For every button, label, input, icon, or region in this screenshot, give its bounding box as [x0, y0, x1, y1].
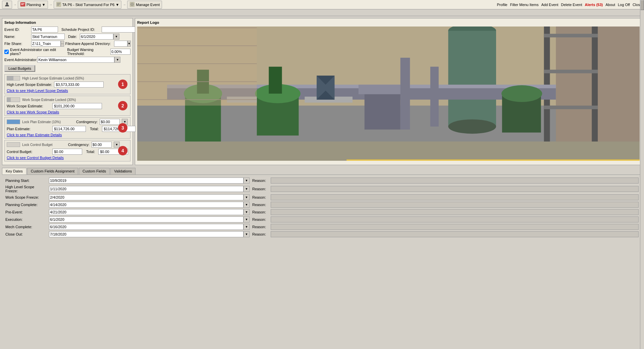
tab-key-dates[interactable]: Key Dates	[2, 168, 26, 174]
reason-input-3[interactable]	[271, 202, 639, 208]
key-date-input-5[interactable]	[49, 216, 244, 222]
svg-rect-19	[544, 34, 598, 38]
reason-input-1[interactable]	[271, 186, 639, 192]
name-label: Name:	[4, 35, 31, 39]
key-date-input-container-2: ▼	[49, 194, 250, 200]
reason-input-4[interactable]	[271, 209, 639, 215]
event-nav-item[interactable]: TA P6 - Skid Turnaround For P6 ▼	[54, 1, 122, 9]
key-date-input-3[interactable]	[49, 202, 244, 208]
fileshare-append-label: Fileshare Append Directory:	[65, 42, 114, 46]
reason-input-2[interactable]	[271, 194, 639, 200]
scrollbar-thumb[interactable]	[640, 0, 644, 10]
svg-rect-3	[21, 4, 23, 5]
work-scope-badge: 2	[118, 101, 127, 110]
key-date-input-1[interactable]	[49, 186, 244, 192]
key-date-dropdown-7[interactable]: ▼	[244, 231, 250, 237]
plan-estimate-details-link[interactable]: Click to see Plan Estimate Details	[7, 133, 62, 137]
svg-rect-6	[57, 4, 60, 5]
about-link[interactable]: About	[605, 3, 615, 7]
control-budget-input[interactable]	[52, 149, 82, 155]
add-event-link[interactable]: Add Event	[541, 3, 558, 7]
filter-menu-link[interactable]: Filter Menu Items	[510, 3, 539, 7]
work-scope-estimate-input[interactable]	[52, 103, 102, 109]
svg-rect-20	[544, 70, 598, 73]
reason-input-0[interactable]	[271, 178, 639, 184]
manage-event-nav-item[interactable]: Manage Event	[127, 1, 162, 9]
work-scope-lock-toggle[interactable]	[7, 97, 20, 102]
fileshare-append-input[interactable]	[114, 41, 127, 47]
key-date-dropdown-4[interactable]: ▼	[244, 209, 250, 215]
name-input[interactable]	[31, 34, 65, 40]
profile-link[interactable]: Profile	[497, 3, 507, 7]
high-level-scope-details-link[interactable]: Click to see High Level Scope Details	[7, 89, 68, 93]
control-budget-details-link[interactable]: Click to see Control Budget Details	[7, 156, 64, 160]
reason-input-6[interactable]	[271, 224, 639, 230]
control-contingency-dropdown[interactable]: ▼	[114, 142, 120, 148]
key-date-input-7[interactable]	[49, 231, 244, 237]
high-level-scope-estimate-input[interactable]	[54, 82, 104, 88]
key-date-dropdown-1[interactable]: ▼	[244, 186, 250, 192]
event-id-input[interactable]	[31, 27, 58, 33]
manage-icon	[129, 2, 135, 8]
high-level-scope-lock-toggle[interactable]	[7, 76, 20, 81]
plan-estimate-input[interactable]	[52, 126, 86, 132]
date-input[interactable]	[80, 34, 113, 40]
budget-warning-input[interactable]	[110, 49, 130, 55]
key-date-dropdown-6[interactable]: ▼	[244, 224, 250, 230]
key-date-input-4[interactable]	[49, 209, 244, 215]
svg-rect-23	[448, 31, 496, 127]
reason-input-7[interactable]	[271, 231, 639, 237]
plan-contingency-input[interactable]	[100, 119, 120, 125]
reason-label-4: Reason:	[252, 210, 266, 214]
key-date-dropdown-3[interactable]: ▼	[244, 202, 250, 208]
event-admin-dropdown[interactable]: ▼	[114, 57, 120, 63]
key-date-dropdown-5[interactable]: ▼	[244, 216, 250, 222]
key-dates-row: Planning Start: ▼ Reason:	[4, 177, 640, 184]
control-budget-lock-toggle[interactable]	[7, 142, 20, 147]
delete-event-link[interactable]: Delete Event	[561, 3, 582, 7]
planning-nav-item[interactable]: Planning ▼	[18, 1, 48, 9]
svg-point-24	[448, 119, 496, 134]
svg-rect-2	[21, 3, 24, 4]
logout-link[interactable]: Log Off	[618, 3, 630, 7]
file-share-dropdown[interactable]: ···	[61, 41, 64, 47]
svg-rect-17	[592, 27, 598, 142]
key-dates-row: Work Scope Freeze: ▼ Reason:	[4, 194, 640, 201]
reason-input-5[interactable]	[271, 216, 639, 222]
key-dates-row: High Level Scope Freeze: ▼ Reason:	[4, 184, 640, 194]
planning-icon	[20, 2, 25, 8]
file-share-input[interactable]	[31, 41, 61, 47]
key-date-input-6[interactable]	[49, 224, 244, 230]
date-dropdown-button[interactable]: ▼	[113, 34, 119, 40]
plan-contingency-label: Contingency:	[76, 120, 98, 124]
control-contingency-input[interactable]	[92, 142, 112, 148]
fileshare-append-dropdown[interactable]: ▼	[127, 41, 131, 47]
key-date-dropdown-0[interactable]: ▼	[244, 178, 250, 184]
control-budget-lock-label: Lock Control Budget	[22, 143, 53, 147]
plan-estimate-lock-toggle[interactable]	[7, 119, 20, 124]
alerts-button[interactable]: Alerts (53)	[585, 3, 603, 7]
tab-custom-fields[interactable]: Custom Fields	[79, 168, 110, 174]
svg-rect-7	[57, 5, 59, 6]
work-scope-header: Work Scope Estimate Locked (30%)	[7, 97, 128, 102]
work-scope-details-link[interactable]: Click to see Work Scope Details	[7, 110, 59, 114]
top-navigation-bar: → Planning ▼ →	[0, 0, 644, 9]
key-date-input-0[interactable]	[49, 178, 244, 184]
tab-custom-fields-assignment[interactable]: Custom Fields Assignment	[27, 168, 78, 174]
event-admin-edit-checkbox[interactable]	[4, 50, 9, 54]
event-admin-input[interactable]	[37, 57, 114, 63]
scrollbar[interactable]	[640, 0, 644, 349]
key-date-input-container-1: ▼	[49, 186, 250, 192]
load-budgets-button[interactable]: Load Budgets	[4, 65, 35, 72]
control-budget-label: Control Budget:	[7, 150, 50, 154]
reason-label-1: Reason:	[252, 187, 266, 191]
svg-point-10	[132, 4, 133, 5]
control-budget-badge: 4	[118, 146, 127, 155]
svg-rect-44	[137, 27, 257, 106]
tab-validations[interactable]: Validations	[110, 168, 136, 174]
schedule-project-id-input[interactable]	[102, 27, 135, 33]
key-date-input-2[interactable]	[49, 194, 244, 200]
key-date-input-container-5: ▼	[49, 216, 250, 222]
key-date-dropdown-2[interactable]: ▼	[244, 194, 250, 200]
user-nav-item[interactable]	[2, 1, 12, 9]
